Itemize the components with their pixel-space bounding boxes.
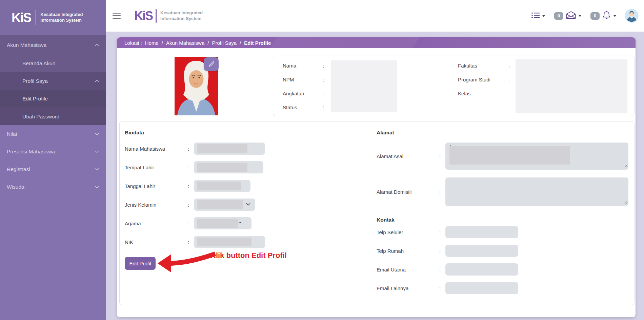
field-row-alamat-asal: Alamat Asal : — [377, 143, 628, 170]
edit-profil-button[interactable]: Edit Profil — [125, 257, 156, 270]
nama-mahasiswa-input[interactable] — [194, 143, 265, 155]
colon: : — [323, 63, 324, 69]
jenis-kelamin-select[interactable] — [194, 199, 255, 211]
sidebar-item-label: Wisuda — [0, 184, 24, 190]
notifications-count-badge: 0 — [590, 12, 600, 20]
field-row-nama-mahasiswa: Nama Mahasiswa : — [125, 143, 265, 155]
colon: : — [508, 77, 510, 82]
tempat-lahir-input[interactable] — [194, 161, 263, 173]
resize-handle[interactable] — [624, 163, 628, 169]
redacted-summary-values-right — [516, 59, 627, 113]
field-label: Telp Seluler — [377, 229, 439, 235]
colon: : — [439, 267, 445, 272]
summary-label-nama: Nama — [283, 63, 296, 69]
telp-rumah-input[interactable] — [445, 245, 518, 257]
messages-dropdown[interactable]: 0 — [554, 11, 581, 21]
field-row-jenis-kelamin: Jenis Kelamin : — [125, 199, 255, 211]
field-label: Nama Mahasiswa — [125, 146, 188, 152]
brand-title-line1: Kesatuan Integrated — [40, 12, 83, 17]
bell-icon — [602, 11, 611, 21]
edit-photo-button[interactable] — [204, 57, 219, 71]
sidebar-item-edit-profile[interactable]: Edit Profile — [0, 90, 106, 108]
colon: : — [323, 77, 324, 82]
sidebar-item-beranda-akun[interactable]: Beranda Akun — [0, 55, 106, 72]
colon: : — [188, 165, 194, 170]
sidebar-item-label: Profil Saya — [0, 78, 48, 84]
summary-label-npm: NPM — [283, 77, 294, 82]
sidebar-brand: KiS Kesatuan Integrated Information Syst… — [0, 0, 106, 35]
hamburger-menu-icon[interactable] — [113, 13, 121, 19]
kis-logo: KiS — [134, 9, 153, 23]
tasks-dropdown[interactable] — [531, 12, 545, 20]
sidebar-item-akun-mahasiswa[interactable]: Akun Mahasiswa — [0, 35, 106, 55]
field-label: Alamat Domisili — [377, 189, 439, 195]
field-row-telp-rumah: Telp Rumah : — [377, 245, 518, 257]
user-avatar[interactable] — [625, 9, 639, 23]
tanggal-lahir-input[interactable] — [194, 180, 250, 192]
card-body: Nama NPM Angkatan Status : : : : Fakulta… — [117, 48, 636, 317]
redacted-value — [449, 146, 570, 165]
breadcrumb-akun-mahasiswa[interactable]: Akun Mahasiswa — [166, 40, 204, 46]
sidebar-item-nilai[interactable]: Nilai — [0, 125, 106, 143]
redacted-value — [197, 200, 243, 209]
colon: : — [188, 183, 194, 189]
breadcrumb-profil-saya[interactable]: Profil Saya — [212, 40, 237, 46]
summary-label-program-studi: Program Studi — [458, 77, 490, 82]
breadcrumb-current-page: Edit Profile — [244, 40, 271, 46]
brand-title-line2: Information System — [160, 16, 201, 21]
caret-down-icon — [542, 15, 545, 17]
email-lainnya-input[interactable] — [445, 282, 518, 294]
sidebar-item-profil-saya[interactable]: Profil Saya — [0, 72, 106, 90]
alamat-domisili-textarea[interactable] — [445, 177, 628, 206]
chevron-up-icon — [95, 80, 99, 82]
resize-handle[interactable] — [624, 199, 628, 205]
pencil-icon — [208, 61, 215, 68]
profile-summary-panel: Nama NPM Angkatan Status : : : : Fakulta… — [273, 56, 635, 116]
brand-title-line2: Information System — [40, 18, 81, 23]
field-label: Email Lainnya — [377, 285, 439, 291]
redacted-value — [197, 182, 241, 190]
sidebar-item-label: Akun Mahasiswa — [0, 42, 46, 48]
chevron-down-icon — [95, 150, 99, 153]
field-row-email-utama: Email Utama : — [377, 263, 518, 276]
colon: : — [188, 221, 194, 226]
chevron-down-icon — [95, 133, 99, 135]
colon: : — [508, 91, 510, 96]
chevron-up-icon — [95, 44, 99, 46]
field-row-tanggal-lahir: Tanggal Lahir : — [125, 180, 250, 192]
sidebar-item-label: Registrasi — [0, 166, 30, 172]
page-card: Lokasi : Home / Akun Mahasiswa / Profil … — [117, 37, 636, 317]
colon: : — [439, 285, 445, 291]
field-label: Email Utama — [377, 267, 439, 272]
biodata-heading: Biodata — [125, 130, 144, 136]
redacted-value — [197, 219, 238, 228]
brand-divider — [36, 10, 36, 25]
annotation-arrow — [157, 246, 216, 277]
summary-label-angkatan: Angkatan — [283, 91, 304, 96]
sidebar-item-presensi-mahasiswa[interactable]: Presensi Mahasiswa — [0, 143, 106, 161]
alamat-asal-textarea[interactable] — [445, 143, 628, 170]
field-label: Tempat Lahir — [125, 165, 188, 170]
breadcrumb-separator: / — [240, 40, 241, 46]
colon: : — [439, 153, 445, 159]
field-row-telp-seluler: Telp Seluler : — [377, 226, 518, 238]
field-label: Jenis Kelamin — [125, 202, 188, 208]
colon: : — [439, 229, 445, 235]
redacted-value — [197, 144, 247, 153]
telp-seluler-input[interactable] — [445, 226, 518, 238]
field-label: NIK — [125, 239, 188, 245]
sidebar-item-wisuda[interactable]: Wisuda — [0, 178, 106, 196]
chevron-down-icon — [95, 168, 99, 171]
colon: : — [323, 91, 324, 96]
field-label: Agama — [125, 221, 188, 226]
sidebar-item-registrasi[interactable]: Registrasi — [0, 161, 106, 178]
sidebar-item-label: Edit Profile — [0, 96, 48, 102]
sidebar-item-ubah-password[interactable]: Ubah Password — [0, 108, 106, 125]
field-row-email-lainnya: Email Lainnya : — [377, 282, 518, 294]
agama-select[interactable] — [194, 217, 251, 229]
email-utama-input[interactable] — [445, 263, 518, 276]
sidebar-item-label: Beranda Akun — [0, 60, 55, 67]
notifications-dropdown[interactable]: 0 — [590, 11, 616, 21]
breadcrumb-home[interactable]: Home — [145, 40, 159, 46]
sidebar: KiS Kesatuan Integrated Information Syst… — [0, 0, 106, 320]
